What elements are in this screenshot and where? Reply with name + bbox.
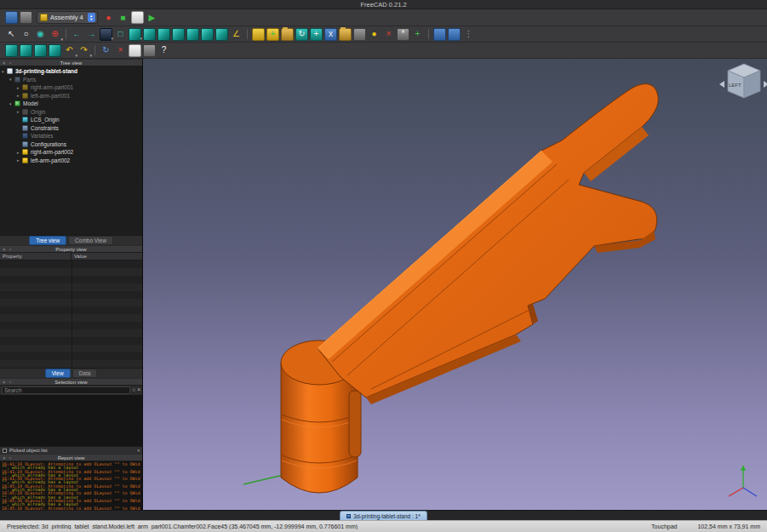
workbench-selector[interactable]: Assembly 4 ▲▼ [37,11,98,24]
tree-item[interactable]: ▾ 3d-printing-tablet-stand [0,67,142,76]
redo-icon[interactable]: ↷▾ [77,44,90,57]
delete-icon[interactable]: × [382,28,395,41]
open-document-icon[interactable] [281,28,294,41]
bulb-icon[interactable]: ● [368,28,381,41]
nav-cube-left-face-label[interactable]: LEFT [729,83,741,88]
tab-view[interactable]: View [45,369,71,378]
nav-forward-icon[interactable]: → [85,28,98,41]
zoom-icon[interactable]: ○ [20,28,32,41]
tree-item[interactable]: ▸ right-arm-part001 [0,83,142,92]
refresh-icon[interactable]: ↻ [100,44,112,57]
tree-item[interactable]: Configurations [0,140,142,149]
nav-back-icon[interactable]: ← [71,28,83,41]
view-isometric-icon[interactable] [5,44,18,57]
float-panel-icon[interactable] [9,455,11,462]
tree-item-icon [22,125,28,131]
whats-this-icon[interactable]: ? [157,44,170,57]
view-home-icon[interactable] [49,44,61,57]
pointer-select-icon[interactable]: ↖ [5,28,18,41]
paste-icon[interactable] [143,44,156,57]
new-lcs-icon[interactable]: + [310,28,323,41]
property-table[interactable] [0,260,142,368]
view-left-icon[interactable] [215,28,228,41]
macro-play-icon[interactable]: ▶ [146,11,158,24]
zoom-region-icon[interactable]: □ [114,28,127,41]
report-log[interactable]: 16:41:10 QLayout: Attempting to add QLay… [0,461,142,510]
add-variable-icon[interactable]: + [411,28,424,41]
3d-viewport[interactable]: LEFT [143,59,767,510]
picked-object-list-toggle[interactable]: Picked object list ▾ [0,446,142,454]
close-panel-icon[interactable] [3,455,6,462]
view-axonometric-icon[interactable]: ▾ [129,28,141,41]
checkbox-icon[interactable] [3,449,7,453]
view-bottom-icon[interactable] [201,28,214,41]
workbench-selector-stepper[interactable]: ▲▼ [88,13,95,22]
tree-item[interactable]: ▾ Parts [0,76,142,84]
copy-icon[interactable] [129,44,141,57]
float-panel-icon[interactable] [9,246,11,254]
window-title: FreeCAD 0.21.2 [360,1,406,9]
tab-combo-view[interactable]: Combo View [68,236,113,245]
view-dimetric-icon[interactable] [20,44,32,57]
undo-icon[interactable]: ↶▾ [63,44,76,57]
box-selection-icon[interactable]: ◉ [34,28,47,41]
fit-all-icon[interactable]: ⊕▾ [49,28,61,41]
tree-item[interactable]: ▾ Model [0,100,142,108]
align-vertical-icon[interactable] [448,28,461,41]
view-top-icon[interactable] [157,28,170,41]
align-horizontal-icon[interactable] [433,28,446,41]
cut-icon[interactable]: × [114,44,127,57]
new-assembly-icon[interactable] [252,28,265,41]
document-icon [346,514,351,518]
windows-icon[interactable] [5,11,18,24]
float-panel-icon[interactable] [9,60,11,67]
folder-icon[interactable] [339,28,352,41]
solve-assembly-icon[interactable]: ↻ [295,28,308,41]
clear-search-icon[interactable]: × [137,387,140,393]
macro-stop-icon[interactable]: ■ [117,11,129,24]
navigation-style-indicator[interactable]: Touchpad [651,523,677,529]
tree-item[interactable]: Variables [0,132,142,140]
gear-icon[interactable]: * [397,28,409,41]
macro-record-icon[interactable]: ● [102,11,115,24]
tree-item[interactable]: ▸ right-arm-part002 [0,148,142,157]
tree-item[interactable]: LCS_Origin [0,116,142,124]
tree-item[interactable]: ▸ Origin [0,108,142,117]
overflow-menu-icon[interactable]: ⋮ [462,28,475,41]
view-right-icon[interactable] [172,28,185,41]
draw-style-icon[interactable]: ▾ [100,28,112,41]
nav-cube-rotate-left-icon[interactable] [719,81,724,88]
tab-data[interactable]: Data [72,369,98,378]
selection-list[interactable] [0,395,142,446]
measure-icon[interactable]: ∠ [230,28,243,41]
view-front-icon[interactable] [143,28,156,41]
document-tab[interactable]: 3d-printing-tablet-stand : 1* [340,511,426,520]
search-options-icon[interactable]: ○ [132,387,135,393]
tree-item-icon [22,117,28,123]
configuration-icon[interactable] [353,28,366,41]
close-panel-icon[interactable] [3,379,6,386]
insert-part-icon[interactable]: + [266,28,279,41]
navigation-cube[interactable]: LEFT [719,64,767,98]
variables-icon[interactable]: x [324,28,337,41]
view-trimetric-icon[interactable] [34,44,47,57]
separator[interactable] [428,29,429,39]
selection-search-input[interactable] [2,386,130,394]
close-panel-icon[interactable] [3,246,6,254]
separator[interactable] [94,45,95,55]
chevron-down-icon: ▾ [137,448,140,453]
float-panel-icon[interactable] [9,379,11,386]
tab-tree-view[interactable]: Tree view [29,236,66,245]
selection-search-row: ○ × [0,386,142,395]
macro-edit-icon[interactable] [131,11,144,24]
separator[interactable] [247,29,248,39]
tree-item[interactable]: ▸ left-arm-part001 [0,92,142,100]
new-window-icon[interactable] [20,11,32,24]
view-rear-icon[interactable] [186,28,199,41]
tree-item[interactable]: ▸ left-arm-part002 [0,157,142,165]
close-panel-icon[interactable] [3,60,6,67]
model-tree[interactable]: ▾ 3d-printing-tablet-stand ▾ Parts ▸ ri [0,66,142,235]
nav-cube-rotate-right-icon[interactable] [764,81,767,88]
tree-item[interactable]: Constraints [0,124,142,133]
separator[interactable] [66,29,66,39]
